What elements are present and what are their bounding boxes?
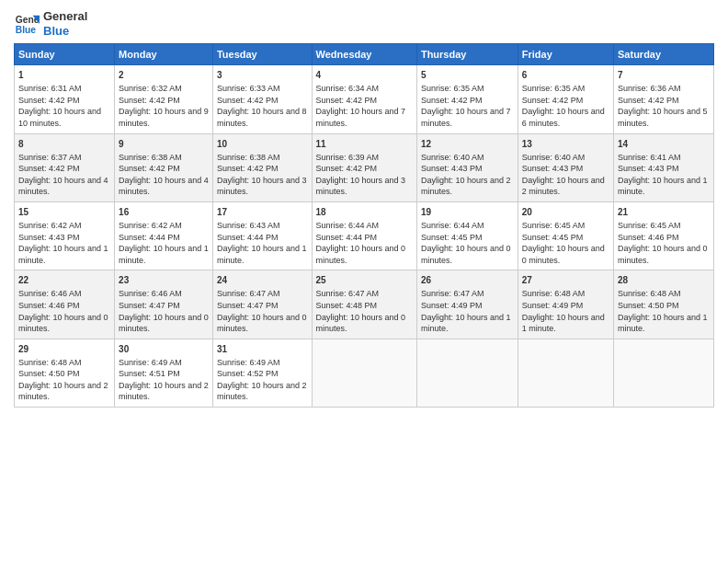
week-row-5: 29Sunrise: 6:48 AMSunset: 4:50 PMDayligh…: [15, 339, 714, 407]
header-cell-saturday: Saturday: [614, 44, 714, 65]
day-number: 1: [18, 69, 110, 82]
day-cell: 29Sunrise: 6:48 AMSunset: 4:50 PMDayligh…: [15, 339, 115, 407]
sunrise-text: Sunrise: 6:31 AM: [18, 84, 82, 93]
day-number: 3: [217, 69, 308, 82]
header-cell-wednesday: Wednesday: [312, 44, 416, 65]
sunset-text: Sunset: 4:46 PM: [618, 233, 679, 242]
day-cell: [614, 339, 714, 407]
sunrise-text: Sunrise: 6:35 AM: [421, 84, 484, 93]
page-container: General Blue General Blue SundayMondayTu…: [0, 0, 728, 417]
sunrise-text: Sunrise: 6:40 AM: [522, 153, 586, 162]
daylight-text: Daylight: 10 hours and 1 minute.: [421, 313, 511, 334]
day-cell: 9Sunrise: 6:38 AMSunset: 4:42 PMDaylight…: [115, 133, 213, 201]
day-cell: 21Sunrise: 6:45 AMSunset: 4:46 PMDayligh…: [614, 201, 714, 270]
day-cell: 10Sunrise: 6:38 AMSunset: 4:42 PMDayligh…: [212, 133, 312, 201]
day-number: 5: [421, 69, 514, 82]
sunrise-text: Sunrise: 6:45 AM: [618, 221, 681, 230]
day-cell: 7Sunrise: 6:36 AMSunset: 4:42 PMDaylight…: [614, 65, 714, 133]
sunset-text: Sunset: 4:42 PM: [18, 96, 80, 105]
sunset-text: Sunset: 4:42 PM: [421, 96, 483, 105]
sunset-text: Sunset: 4:49 PM: [522, 301, 584, 310]
header-cell-monday: Monday: [115, 44, 213, 65]
logo-text: General Blue: [43, 9, 87, 38]
day-cell: 20Sunrise: 6:45 AMSunset: 4:45 PMDayligh…: [518, 201, 613, 270]
sunrise-text: Sunrise: 6:34 AM: [316, 84, 380, 93]
sunrise-text: Sunrise: 6:48 AM: [618, 289, 681, 298]
sunrise-text: Sunrise: 6:42 AM: [119, 221, 182, 230]
daylight-text: Daylight: 10 hours and 1 minute.: [119, 244, 209, 265]
day-cell: 25Sunrise: 6:47 AMSunset: 4:48 PMDayligh…: [312, 270, 416, 339]
day-cell: 28Sunrise: 6:48 AMSunset: 4:50 PMDayligh…: [614, 270, 714, 339]
day-cell: [312, 339, 416, 407]
logo-icon: General Blue: [14, 11, 40, 37]
daylight-text: Daylight: 10 hours and 9 minutes.: [119, 107, 209, 128]
day-number: 15: [18, 206, 110, 219]
sunset-text: Sunset: 4:45 PM: [421, 233, 483, 242]
svg-text:Blue: Blue: [16, 25, 37, 35]
sunrise-text: Sunrise: 6:42 AM: [18, 221, 82, 230]
header-row: SundayMondayTuesdayWednesdayThursdayFrid…: [15, 44, 714, 65]
day-cell: 24Sunrise: 6:47 AMSunset: 4:47 PMDayligh…: [212, 270, 312, 339]
day-number: 4: [316, 69, 413, 82]
sunrise-text: Sunrise: 6:45 AM: [522, 221, 586, 230]
day-number: 26: [421, 274, 514, 287]
day-number: 22: [18, 274, 110, 287]
header-cell-friday: Friday: [518, 44, 613, 65]
sunset-text: Sunset: 4:42 PM: [618, 96, 679, 105]
sunset-text: Sunset: 4:45 PM: [522, 233, 584, 242]
daylight-text: Daylight: 10 hours and 0 minutes.: [316, 244, 406, 265]
day-number: 27: [522, 274, 609, 287]
header-cell-sunday: Sunday: [15, 44, 115, 65]
day-cell: 2Sunrise: 6:32 AMSunset: 4:42 PMDaylight…: [115, 65, 213, 133]
sunset-text: Sunset: 4:42 PM: [522, 96, 584, 105]
day-number: 14: [618, 138, 710, 151]
day-cell: 14Sunrise: 6:41 AMSunset: 4:43 PMDayligh…: [614, 133, 714, 201]
sunrise-text: Sunrise: 6:41 AM: [618, 153, 681, 162]
sunset-text: Sunset: 4:52 PM: [217, 369, 279, 378]
day-cell: 15Sunrise: 6:42 AMSunset: 4:43 PMDayligh…: [15, 201, 115, 270]
sunrise-text: Sunrise: 6:46 AM: [119, 289, 182, 298]
sunset-text: Sunset: 4:43 PM: [421, 164, 483, 173]
day-cell: 18Sunrise: 6:44 AMSunset: 4:44 PMDayligh…: [312, 201, 416, 270]
day-number: 29: [18, 343, 110, 356]
daylight-text: Daylight: 10 hours and 0 minutes.: [119, 313, 209, 334]
day-cell: 19Sunrise: 6:44 AMSunset: 4:45 PMDayligh…: [416, 201, 518, 270]
daylight-text: Daylight: 10 hours and 7 minutes.: [421, 107, 511, 128]
sunrise-text: Sunrise: 6:39 AM: [316, 153, 380, 162]
sunset-text: Sunset: 4:42 PM: [18, 164, 80, 173]
day-number: 25: [316, 274, 413, 287]
daylight-text: Daylight: 10 hours and 6 minutes.: [522, 107, 605, 128]
sunset-text: Sunset: 4:43 PM: [18, 233, 80, 242]
sunset-text: Sunset: 4:47 PM: [217, 301, 279, 310]
day-cell: 30Sunrise: 6:49 AMSunset: 4:51 PMDayligh…: [115, 339, 213, 407]
daylight-text: Daylight: 10 hours and 2 minutes.: [18, 381, 108, 402]
day-cell: 16Sunrise: 6:42 AMSunset: 4:44 PMDayligh…: [115, 201, 213, 270]
sunrise-text: Sunrise: 6:37 AM: [18, 153, 82, 162]
daylight-text: Daylight: 10 hours and 0 minutes.: [522, 244, 605, 265]
sunset-text: Sunset: 4:47 PM: [119, 301, 180, 310]
sunset-text: Sunset: 4:44 PM: [316, 233, 378, 242]
header-cell-tuesday: Tuesday: [212, 44, 312, 65]
logo: General Blue General Blue: [14, 9, 87, 38]
sunset-text: Sunset: 4:43 PM: [522, 164, 584, 173]
day-number: 12: [421, 138, 514, 151]
daylight-text: Daylight: 10 hours and 5 minutes.: [618, 107, 708, 128]
header: General Blue General Blue: [14, 9, 714, 38]
day-number: 9: [119, 138, 209, 151]
day-cell: 6Sunrise: 6:35 AMSunset: 4:42 PMDaylight…: [518, 65, 613, 133]
daylight-text: Daylight: 10 hours and 1 minute.: [18, 244, 108, 265]
week-row-3: 15Sunrise: 6:42 AMSunset: 4:43 PMDayligh…: [15, 201, 714, 270]
day-cell: 13Sunrise: 6:40 AMSunset: 4:43 PMDayligh…: [518, 133, 613, 201]
daylight-text: Daylight: 10 hours and 0 minutes.: [217, 313, 307, 334]
sunset-text: Sunset: 4:49 PM: [421, 301, 483, 310]
day-number: 8: [18, 138, 110, 151]
day-number: 2: [119, 69, 209, 82]
day-cell: 26Sunrise: 6:47 AMSunset: 4:49 PMDayligh…: [416, 270, 518, 339]
sunrise-text: Sunrise: 6:35 AM: [522, 84, 586, 93]
daylight-text: Daylight: 10 hours and 1 minute.: [618, 176, 708, 197]
week-row-1: 1Sunrise: 6:31 AMSunset: 4:42 PMDaylight…: [15, 65, 714, 133]
day-number: 13: [522, 138, 609, 151]
sunset-text: Sunset: 4:42 PM: [316, 96, 378, 105]
sunset-text: Sunset: 4:44 PM: [119, 233, 180, 242]
sunrise-text: Sunrise: 6:47 AM: [316, 289, 380, 298]
